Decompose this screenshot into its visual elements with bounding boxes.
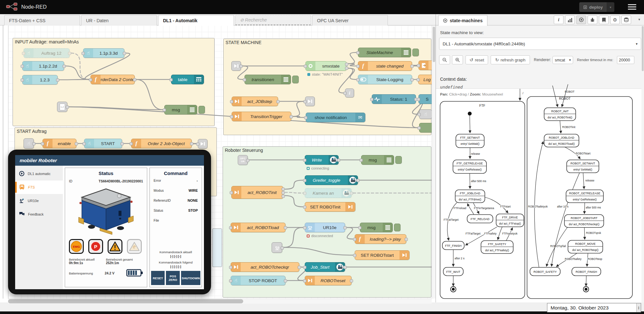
output-port[interactable] [32, 142, 35, 145]
output-port[interactable] [62, 65, 66, 68]
canvas-horizontal-scrollbar[interactable] [8, 299, 432, 304]
node-table[interactable]: table [171, 75, 204, 84]
node-enable[interactable]: fenable [43, 139, 76, 148]
node-ur10e[interactable]: UR10e [305, 223, 345, 232]
input-port[interactable] [82, 52, 85, 55]
node-msg1[interactable]: msg [164, 105, 197, 115]
tablet-nav-dl1-automatic[interactable]: DL1 automatic [15, 167, 63, 180]
node-transitionen[interactable]: transitionen [245, 75, 291, 84]
input-port[interactable] [418, 113, 421, 116]
node-handcut[interactable]: ☝ [419, 109, 432, 119]
reset-button[interactable]: ↺ reset [466, 55, 488, 64]
renderer-select[interactable]: smcat ▾ [553, 56, 573, 64]
node-linkout_start[interactable] [198, 139, 207, 149]
input-port[interactable] [230, 100, 233, 103]
node-inj1133[interactable]: ☝1.1p.3.3d [83, 48, 124, 58]
output-port[interactable] [281, 246, 284, 250]
input-port[interactable] [230, 191, 233, 194]
node-linkout_sm[interactable] [305, 97, 315, 106]
node-msgcut[interactable] [419, 123, 432, 133]
input-port[interactable] [304, 116, 307, 119]
node-transtrigger[interactable]: TransitionTrigger [232, 112, 291, 121]
node-actcheckqr[interactable]: act_ROBOTcheckqr [231, 262, 299, 272]
output-port[interactable] [405, 238, 408, 241]
node-orderdata[interactable]: fOrderData 2 Context [91, 75, 135, 84]
output-port[interactable] [284, 226, 287, 229]
output-port[interactable] [120, 142, 124, 145]
node-infoi[interactable]: i [345, 88, 354, 97]
output-port[interactable] [282, 191, 285, 194]
debug-toggle-button[interactable] [394, 224, 400, 231]
output-port[interactable] [343, 226, 347, 229]
input-port[interactable] [243, 78, 246, 81]
date-field[interactable]: Montag, 30. Oktober 2023 ▲▼ [547, 303, 641, 312]
node-inj123[interactable]: ☝1.2.3 [22, 75, 58, 85]
node-actrobotinit[interactable]: act_ROBOTinit [231, 186, 283, 199]
zoom-in-button[interactable] [452, 55, 463, 64]
node-jobstart[interactable]: Job_Start [305, 262, 345, 272]
node-file12[interactable]: 1,2 [57, 102, 67, 112]
flow-tab-ur-daten[interactable]: UR - Daten [81, 15, 157, 25]
node-auftrag12[interactable]: ☝Auftrag 12 [24, 48, 70, 58]
brake-button[interactable]: P [88, 239, 103, 254]
output-port[interactable] [290, 115, 293, 118]
output-port[interactable] [410, 65, 414, 68]
output-port[interactable] [246, 159, 249, 162]
output-port[interactable] [282, 195, 285, 198]
output-port[interactable] [343, 266, 347, 269]
flow-tab-recherche[interactable]: ⊘ Recherche [235, 15, 311, 25]
output-port[interactable] [356, 179, 360, 182]
output-port[interactable] [239, 65, 243, 68]
node-order2job[interactable]: fOrder 2 Job-Object [131, 139, 192, 148]
node-inj1122[interactable]: ☝1.1p.2.2d [22, 61, 64, 71]
input-port[interactable] [303, 179, 306, 182]
output-port[interactable] [123, 52, 126, 55]
node-stoprobot[interactable]: ☝STOP ROBOT [231, 276, 285, 285]
input-port[interactable] [89, 78, 92, 81]
input-port[interactable] [417, 98, 420, 101]
output-port[interactable] [298, 266, 301, 269]
target-icon[interactable] [576, 15, 586, 24]
input-port[interactable] [418, 126, 421, 130]
node-msg3[interactable]: msg [360, 223, 393, 232]
output-port[interactable] [276, 100, 280, 103]
output-port[interactable] [350, 192, 353, 195]
output-port[interactable] [133, 78, 136, 81]
input-port[interactable] [370, 98, 373, 101]
tablet-nav-feedback[interactable]: Feedback [15, 208, 63, 221]
node-status1[interactable]: Status: 1 [372, 94, 416, 104]
book-icon[interactable] [599, 15, 609, 24]
node-start[interactable]: ☝START [84, 139, 122, 148]
debug-toggle-button[interactable] [198, 106, 205, 114]
node-scut[interactable]: S [418, 94, 432, 104]
input-port[interactable] [229, 226, 232, 229]
flow-tab-fts-daten-css[interactable]: FTS-Daten + CSS [4, 15, 80, 25]
output-port[interactable] [345, 67, 348, 70]
node-loading[interactable]: floading?--> play [355, 234, 406, 244]
input-port[interactable] [82, 142, 86, 145]
output-port[interactable] [75, 142, 78, 145]
input-port[interactable] [356, 51, 360, 54]
debug-toggle-button[interactable] [412, 49, 419, 56]
input-port[interactable] [41, 142, 44, 145]
date-spinner-icon[interactable]: ▲▼ [636, 303, 641, 312]
node-opcuagray[interactable]: OPCUA [238, 155, 248, 165]
node-statechanged[interactable]: fstate changed [358, 61, 412, 71]
input-port[interactable] [21, 78, 24, 82]
gear-icon[interactable]: ⚙ [610, 15, 620, 24]
input-port[interactable] [360, 159, 363, 162]
debug-toggle-button[interactable] [395, 156, 402, 164]
input-port[interactable] [229, 266, 232, 269]
output-port[interactable] [66, 106, 69, 109]
output-port[interactable] [190, 142, 193, 145]
node-logcut[interactable]: Log [418, 75, 432, 84]
sidebar-caret-icon[interactable]: ▾ [638, 17, 640, 22]
input-port[interactable] [417, 78, 420, 81]
input-port[interactable] [303, 266, 306, 269]
debug-toggle-button[interactable] [292, 76, 299, 83]
node-setrobotstart[interactable]: SET ROBOTstart [355, 250, 409, 260]
node-setrobotinit[interactable]: SET ROBOTinit [305, 202, 355, 212]
tab-state-machines[interactable]: state-machines [438, 15, 487, 26]
output-port[interactable] [68, 52, 71, 55]
zoom-out-button[interactable] [439, 55, 450, 64]
